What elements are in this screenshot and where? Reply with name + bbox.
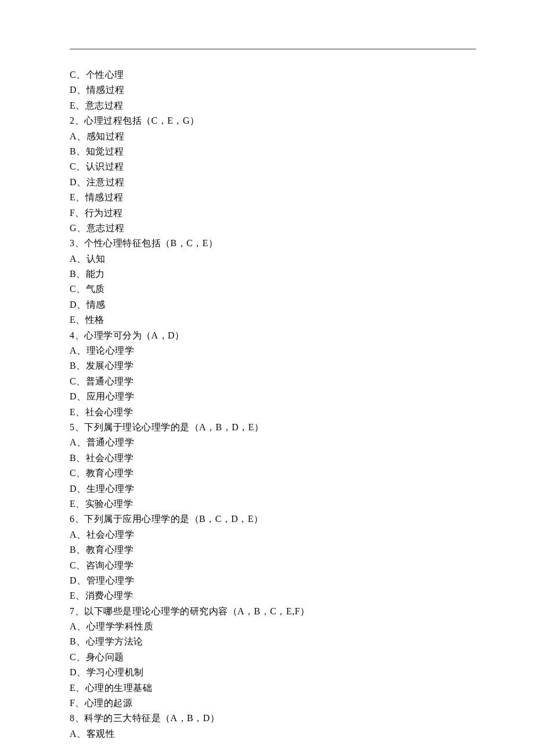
text-line: D、情感过程	[70, 82, 464, 98]
text-line: A、普通心理学	[70, 435, 464, 450]
text-line: A、认知	[70, 251, 464, 267]
text-line: 2、心理过程包括（C，E，G）	[70, 113, 464, 128]
text-line: B、教育心理学	[70, 542, 464, 557]
text-line: D、管理心理学	[70, 573, 464, 588]
text-line: D、注意过程	[70, 175, 464, 190]
text-line: 4、心理学可分为（A，D）	[70, 328, 464, 343]
text-line: C、个性心理	[70, 67, 464, 82]
text-line: D、生理心理学	[70, 481, 464, 496]
text-line: D、学习心理机制	[70, 665, 464, 680]
text-line: C、咨询心理学	[70, 558, 464, 573]
text-line: F、行为过程	[70, 206, 464, 221]
text-line: G、意志过程	[70, 221, 464, 236]
text-line: C、普通心理学	[70, 374, 464, 389]
text-line: A、心理学学科性质	[70, 619, 464, 634]
text-line: 7、以下哪些是理论心理学的研究内容（A，B，C，E,F）	[70, 604, 464, 619]
text-line: D、应用心理学	[70, 389, 464, 404]
text-line: C、认识过程	[70, 159, 464, 174]
text-line: B、发展心理学	[70, 358, 464, 373]
text-line: 8、科学的三大特征是（A，B，D）	[70, 711, 464, 726]
text-line: B、心理学方法论	[70, 634, 464, 649]
text-line: 5、下列属于理论心理学的是（A，B，D，E）	[70, 420, 464, 435]
header-rule	[70, 49, 476, 49]
text-line: 3、个性心理特征包括（B，C，E）	[70, 236, 464, 251]
text-line: B、社会心理学	[70, 451, 464, 466]
text-line: C、气质	[70, 282, 464, 297]
text-line: E、性格	[70, 312, 464, 327]
text-line: B、知觉过程	[70, 144, 464, 159]
text-line: E、情感过程	[70, 190, 464, 205]
text-line: A、理论心理学	[70, 343, 464, 358]
text-line: E、心理的生理基础	[70, 681, 464, 696]
text-line: E、社会心理学	[70, 405, 464, 420]
text-line: E、消费心理学	[70, 588, 464, 603]
text-line: C、教育心理学	[70, 466, 464, 481]
text-line: C、身心问题	[70, 650, 464, 665]
text-line: E、意志过程	[70, 98, 464, 113]
text-line: B、能力	[70, 267, 464, 282]
text-line: A、社会心理学	[70, 527, 464, 542]
text-line: 6、下列属于应用心理学的是（B，C，D，E）	[70, 512, 464, 527]
document-page: C、个性心理 D、情感过程 E、意志过程 2、心理过程包括（C，E，G） A、感…	[0, 0, 534, 756]
text-line: D、情感	[70, 297, 464, 312]
text-line: A、感知过程	[70, 129, 464, 144]
text-line: A、客观性	[70, 726, 464, 741]
body-text: C、个性心理 D、情感过程 E、意志过程 2、心理过程包括（C，E，G） A、感…	[70, 67, 464, 741]
text-line: F、心理的起源	[70, 696, 464, 711]
text-line: E、实验心理学	[70, 496, 464, 512]
